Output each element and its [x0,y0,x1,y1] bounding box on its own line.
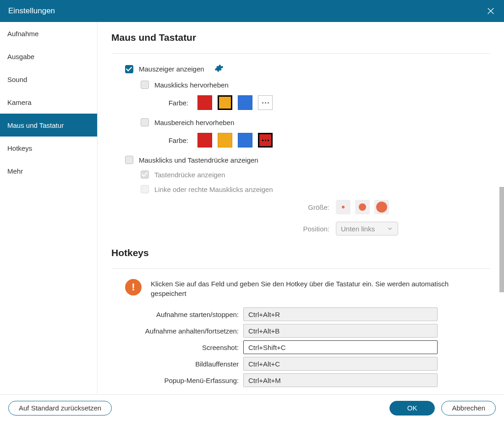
size-medium[interactable] [355,200,370,214]
hotkey-input-screenshot[interactable]: Ctrl+Shift+C [243,340,438,354]
sidebar-item-ausgabe[interactable]: Ausgabe [0,45,97,68]
color-swatch-red[interactable] [197,133,212,148]
position-value: Unten links [341,225,375,233]
checkbox-show-lr-clicks [141,185,149,193]
hotkey-row: Aufnahme starten/stoppen: Ctrl+Alt+R [111,307,490,321]
hotkey-input-popup[interactable]: Ctrl+Alt+M [243,373,438,387]
position-select[interactable]: Unten links [336,222,398,235]
label-size: Größe: [111,203,336,211]
reset-defaults-button[interactable]: Auf Standard zurücksetzen [8,401,112,416]
sidebar-item-maus-tastatur[interactable]: Maus und Tastatur [0,114,97,137]
sidebar-item-label: Ausgabe [7,53,34,60]
sidebar-item-label: Hotkeys [7,144,32,152]
size-large[interactable] [374,200,389,214]
row-size: Größe: [111,200,490,214]
chevron-down-icon [387,225,393,232]
size-small[interactable] [336,200,351,214]
sidebar-item-sound[interactable]: Sound [0,68,97,91]
row-highlight-clicks: Mausklicks hervorheben [111,81,490,89]
sidebar-item-aufnahme[interactable]: Aufnahme [0,22,97,45]
settings-window: Einstellungen Aufnahme Ausgabe Sound Kam… [0,0,504,421]
color-swatch-orange[interactable] [218,133,232,148]
checkbox-highlight-area[interactable] [141,118,149,126]
label-highlight-area: Mausbereich hervorheben [154,119,234,126]
row-click-color: Farbe: [111,95,490,110]
hotkey-label: Popup-Menü-Erfassung: [111,377,243,384]
close-icon[interactable] [486,6,496,16]
sidebar-item-label: Sound [7,76,27,83]
label-highlight-clicks: Mausklicks hervorheben [154,81,229,89]
alert-icon: ! [125,279,142,295]
divider [111,268,490,269]
titlebar: Einstellungen [0,0,504,22]
row-show-clicks-keys: Mausklicks und Tastendrücke anzeigen [111,156,490,164]
label-show-lr-clicks: Linke oder rechte Mausklicks anzeigen [154,186,273,193]
scrollbar[interactable] [499,187,504,292]
label-show-clicks-keys: Mausklicks und Tastendrücke anzeigen [139,156,258,164]
label-show-keys: Tastendrücke anzeigen [154,171,225,179]
hotkey-row: Popup-Menü-Erfassung: Ctrl+Alt+M [111,373,490,387]
label-show-cursor: Mauszeiger anzeigen [139,65,204,73]
hotkey-label: Screenshot: [111,344,243,351]
ok-button[interactable]: OK [389,401,435,416]
label-position: Position: [111,225,336,233]
color-swatch-blue[interactable] [238,133,252,148]
sidebar-item-label: Maus und Tastatur [7,121,64,129]
checkbox-show-cursor[interactable] [125,65,133,73]
hotkey-label: Aufnahme anhalten/fortsetzen: [111,327,243,335]
section-title-hotkeys: Hotkeys [111,247,490,258]
color-swatch-orange[interactable] [218,95,232,110]
row-show-keys: Tastendrücke anzeigen [111,170,490,179]
hotkey-row: Aufnahme anhalten/fortsetzen: Ctrl+Alt+B [111,324,490,338]
section-title-mouse: Maus und Tastatur [111,32,490,43]
sidebar-item-mehr[interactable]: Mehr [0,159,97,182]
color-swatch-more[interactable] [258,133,273,148]
notice-text: Klicken Sie auf das Feld und geben Sie d… [151,279,471,298]
checkbox-show-clicks-keys[interactable] [125,156,133,164]
cancel-button[interactable]: Abbrechen [441,401,496,416]
color-swatch-red[interactable] [197,95,212,110]
sidebar: Aufnahme Ausgabe Sound Kamera Maus und T… [0,22,98,394]
window-title: Einstellungen [8,6,55,16]
hotkey-input-scroll[interactable]: Ctrl+Alt+C [243,357,438,371]
sidebar-item-kamera[interactable]: Kamera [0,91,97,114]
hotkey-input-pause[interactable]: Ctrl+Alt+B [243,324,438,338]
row-highlight-area: Mausbereich hervorheben [111,118,490,126]
sidebar-item-hotkeys[interactable]: Hotkeys [0,137,97,159]
label-color: Farbe: [156,99,188,107]
sidebar-item-label: Aufnahme [7,30,38,38]
row-area-color: Farbe: [111,133,490,148]
row-position: Position: Unten links [111,222,490,235]
label-color: Farbe: [156,137,188,144]
gear-icon[interactable] [214,64,224,74]
hotkey-notice: ! Klicken Sie auf das Feld und geben Sie… [111,279,490,298]
checkbox-show-keys [141,170,149,179]
divider [111,53,490,54]
hotkey-label: Bildlauffenster [111,360,243,368]
color-swatch-more[interactable] [258,95,273,110]
hotkey-input-record[interactable]: Ctrl+Alt+R [243,307,438,321]
hotkey-label: Aufnahme starten/stoppen: [111,311,243,318]
checkbox-highlight-clicks[interactable] [141,81,149,89]
color-swatch-blue[interactable] [238,95,252,110]
sidebar-item-label: Mehr [7,167,23,175]
footer: Auf Standard zurücksetzen OK Abbrechen [0,394,504,421]
row-show-cursor: Mauszeiger anzeigen [111,64,490,74]
hotkey-row: Bildlauffenster Ctrl+Alt+C [111,357,490,371]
sidebar-item-label: Kamera [7,98,32,106]
content-panel: Maus und Tastatur Mauszeiger anzeigen Ma… [98,22,504,394]
row-show-lr-clicks: Linke oder rechte Mausklicks anzeigen [111,185,490,193]
hotkey-row: Screenshot: Ctrl+Shift+C [111,340,490,354]
